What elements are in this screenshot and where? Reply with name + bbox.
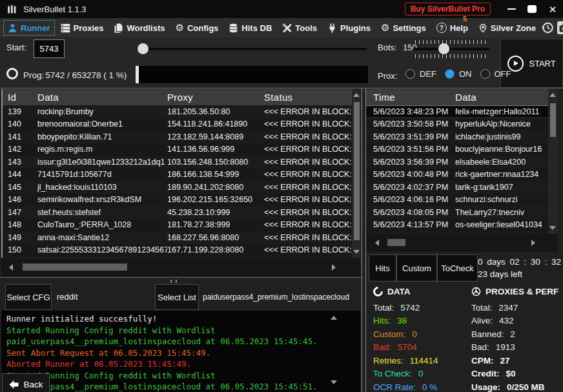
select-cfg-button[interactable]: Select CFG xyxy=(5,284,52,310)
scroll-up-icon[interactable] xyxy=(353,93,360,97)
col-status[interactable]: Status xyxy=(264,92,362,103)
col-proxy[interactable]: Proxy xyxy=(167,92,264,103)
bots-slider[interactable] xyxy=(413,48,489,50)
table-row[interactable]: 5/6/2023 3:51:39 PMichlache:justinis99 xyxy=(366,130,558,143)
runner-vscroll-thumb[interactable] xyxy=(354,102,360,240)
runner-hscroll-thumb[interactable] xyxy=(23,263,127,271)
cell-proxy: 167.71.199.228:8080 xyxy=(167,245,264,254)
prox-off-radio[interactable] xyxy=(480,69,490,79)
buy-pro-button[interactable]: Buy SilverBullet Pro xyxy=(405,3,491,15)
table-row[interactable]: 5/6/2023 4:06:16 PMschnurzi:schnurzi xyxy=(366,194,558,207)
col-time[interactable]: Time xyxy=(373,92,455,103)
runner-table-vscroll[interactable] xyxy=(352,89,362,258)
table-row[interactable]: 5/6/2023 4:13:57 PMos-seeliger:liesel041… xyxy=(366,219,558,232)
tab-plugins[interactable]: Plugins xyxy=(322,19,376,36)
log-line: paid_userpass4__premium_lostinspacecloud… xyxy=(1,381,360,392)
tab-silver-zone[interactable]: Silver Zone xyxy=(473,19,541,36)
scroll-left-icon[interactable] xyxy=(9,264,13,271)
close-button[interactable]: ✕ xyxy=(542,0,563,18)
back-button[interactable]: Back xyxy=(2,373,50,392)
start-slider-thumb[interactable] xyxy=(138,43,148,54)
runner-table-hscroll[interactable] xyxy=(1,258,360,276)
tab-runner[interactable]: Runner xyxy=(3,19,56,36)
log-console[interactable]: Runner initialized succesfully!Started R… xyxy=(1,311,360,392)
start-slider[interactable] xyxy=(137,48,367,50)
cell-status: <<< ERROR IN BLOCK: R xyxy=(264,245,362,254)
start-run-button[interactable]: START xyxy=(500,39,563,88)
history-button[interactable] xyxy=(541,21,554,34)
table-row[interactable]: 141bboypepito:Killian.71123.182.59.144:8… xyxy=(3,130,362,143)
hits-vscroll-thumb[interactable] xyxy=(550,103,556,137)
maximize-button[interactable] xyxy=(522,0,542,18)
prox-on-radio[interactable] xyxy=(445,69,455,79)
prox-on-label[interactable]: ON xyxy=(459,69,472,79)
tab-wordlists[interactable]: Wordlists xyxy=(108,19,170,36)
table-row[interactable]: 5/6/2023 4:00:48 PMrick-gaertner:nnaa123… xyxy=(366,169,558,181)
hits-table: Time Data 5/6/2023 3:48:23 PMfelix-metzg… xyxy=(366,89,558,234)
tab-configs[interactable]: ⚙ Configs xyxy=(170,19,223,36)
cell-data: TheLarry27:tnecniv xyxy=(455,208,558,217)
screenshot-button[interactable] xyxy=(557,21,563,34)
col-data[interactable]: Data xyxy=(37,92,167,103)
splitter-grip[interactable] xyxy=(170,280,177,283)
scroll-right-icon[interactable] xyxy=(332,264,336,271)
log-scroll-down-icon[interactable] xyxy=(331,380,337,384)
tab-custom[interactable]: Custom xyxy=(396,254,437,282)
prox-def-radio[interactable] xyxy=(405,69,415,79)
prox-def-label[interactable]: DEF xyxy=(420,69,436,79)
cell-status: <<< ERROR IN BLOCK: R xyxy=(264,119,362,129)
stat-item: Banned:2 xyxy=(471,327,563,341)
hits-table-vscroll[interactable] xyxy=(548,89,558,234)
cell-data: semirikowalfred:xrszR3kdSM xyxy=(37,195,167,204)
hits-hscroll-thumb[interactable] xyxy=(387,239,405,246)
scroll-right-icon[interactable] xyxy=(531,240,535,246)
scroll-left-icon[interactable] xyxy=(375,240,379,246)
panel-splitter[interactable] xyxy=(362,88,366,392)
table-row[interactable]: 5/6/2023 3:48:23 PMfelix-metzger:Hallo20… xyxy=(366,105,558,118)
stat-value: 114414 xyxy=(410,356,438,366)
minimize-button[interactable] xyxy=(501,0,522,18)
cell-time: 5/6/2023 4:13:57 PM xyxy=(373,220,455,229)
table-row[interactable]: 146semirikowalfred:xrszR3kdSM196.202.215… xyxy=(3,194,362,207)
table-row[interactable]: 143issur:g3l1e0i381qwe1233212a1dq1103.15… xyxy=(3,156,362,169)
col-id[interactable]: Id xyxy=(8,92,37,103)
tab-hits-db[interactable]: Hits DB xyxy=(223,19,277,36)
data-refresh-icon xyxy=(371,285,385,298)
table-row[interactable]: 149anna-maxi:Santie12168.227.56.96:8080<… xyxy=(3,231,362,244)
select-list-button[interactable]: Select List xyxy=(155,284,199,310)
hits-table-hscroll[interactable] xyxy=(366,234,558,252)
table-row[interactable]: 145jl_hacked:louis110103189.90.241.202:8… xyxy=(3,181,362,194)
table-row[interactable]: 5/6/2023 3:56:39 PMelsabeele:Elsa4200 xyxy=(366,156,558,169)
table-row[interactable]: 140brenoomaioral:Onerbe1154.118.241.86:4… xyxy=(3,118,362,131)
cell-status: <<< ERROR IN BLOCK: R xyxy=(264,158,362,167)
prox-off-label[interactable]: OFF xyxy=(495,69,511,79)
table-row[interactable]: 148CuloTauro_:PERRA_1028181.78.27.38:999… xyxy=(3,219,362,232)
bots-slider-thumb[interactable] xyxy=(438,43,449,54)
tab-hits[interactable]: Hits xyxy=(369,254,396,282)
stat-value: 0 % xyxy=(422,382,437,392)
table-row[interactable]: 139rockinp:Brumby181.205.36.50:80<<< ERR… xyxy=(3,105,362,118)
scroll-up-icon[interactable] xyxy=(549,93,556,97)
scroll-down-icon[interactable] xyxy=(353,250,360,254)
tab-settings[interactable]: ⚙ Settings xyxy=(376,19,431,36)
menu-bar: Runner Proxies Wordlists ⚙ Configs Hits … xyxy=(0,18,563,37)
tab-tocheck[interactable]: ToCheck xyxy=(437,254,478,282)
table-row[interactable]: 150satsai:225553331234567891234567167.71… xyxy=(3,244,362,257)
table-row[interactable]: 14471415791d:105677d186.166.138.54:999<<… xyxy=(3,169,362,181)
cell-id: 143 xyxy=(8,158,37,167)
cell-data: felix-metzger:Hallo2011 xyxy=(455,107,558,116)
stat-label: Retries: xyxy=(373,356,404,366)
table-row[interactable]: 5/6/2023 4:02:37 PMtarik-g:tarik1907 xyxy=(366,181,558,194)
start-input[interactable] xyxy=(34,39,65,58)
table-row[interactable]: 147stef.heuts:stefstef45.238.23.10:999<<… xyxy=(3,206,362,219)
tab-proxies[interactable]: Proxies xyxy=(56,19,109,36)
window-title: SilverBullet 1.1.3 xyxy=(23,5,87,14)
table-row[interactable]: 5/6/2023 3:51:56 PMbouclyjeanne:Bonjour1… xyxy=(366,143,558,156)
col-hit-data[interactable]: Data xyxy=(455,92,558,103)
scroll-down-icon[interactable] xyxy=(549,226,556,230)
table-row[interactable]: 5/6/2023 4:08:05 PMTheLarry27:tnecniv xyxy=(366,206,558,219)
table-row[interactable]: 5/6/2023 3:50:58 PMhyperlukAlp:Nicenice xyxy=(366,118,558,131)
tab-tools[interactable]: Tools xyxy=(277,19,322,36)
table-row[interactable]: 142regis.m:regis.m141.136.56.96:999<<< E… xyxy=(3,143,362,156)
log-scroll-up-icon[interactable] xyxy=(331,316,337,320)
